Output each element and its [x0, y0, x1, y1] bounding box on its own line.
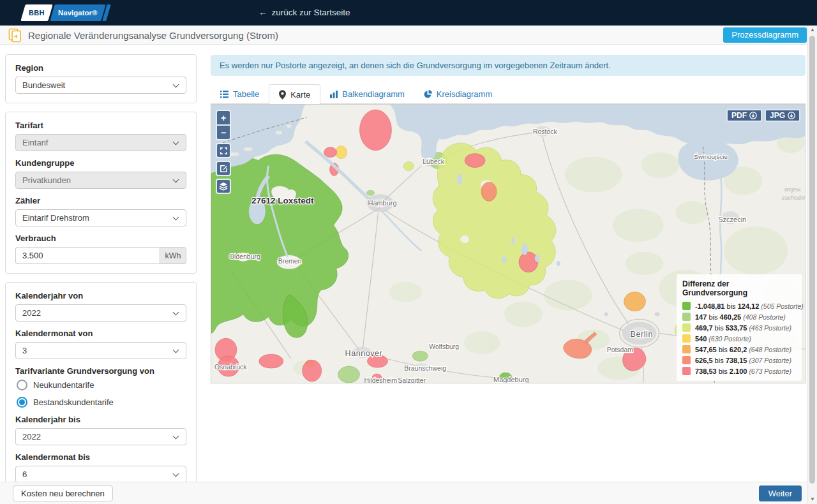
legend-title: Differenz der Grundversorgung: [682, 279, 796, 297]
tarifvariante-von-label: Tarifvariante Grundversorgung von: [15, 366, 186, 376]
city-label: Osnabrück: [214, 364, 247, 371]
region-label: zachodni.: [781, 195, 805, 201]
tab-tabelle[interactable]: Tabelle: [211, 84, 269, 104]
scrollbar-thumb[interactable]: [809, 36, 815, 484]
city-label: Wolfsburg: [429, 343, 459, 350]
back-to-start-link[interactable]: ←zurück zur Startseite: [259, 8, 350, 17]
legend-item: 147 bis 460,25(408 Postorte): [682, 313, 796, 321]
chevron-down-icon: [173, 177, 179, 183]
city-label: Szczecin: [718, 216, 746, 223]
chevron-down-icon: [173, 347, 179, 353]
zoom-out-button[interactable]: −: [216, 125, 231, 140]
info-banner: Es werden nur Postorte angezeigt, an den…: [211, 55, 806, 76]
next-button[interactable]: Weiter: [759, 485, 802, 501]
tab-kreisdiagramm[interactable]: Kreisdiagramm: [414, 84, 502, 104]
back-arrow-icon: ←: [259, 8, 267, 17]
fullscreen-icon: [220, 147, 228, 155]
download-icon: [749, 112, 757, 119]
tarifart-select-value: Eintarif: [22, 138, 48, 147]
scrollbar-up-arrow[interactable]: ▲: [807, 26, 817, 34]
page-header: Regionale Veränderungsanalyse Grundverso…: [0, 26, 817, 45]
tariff-card: Tarifart Eintarif Kundengruppe Privatkun…: [5, 112, 197, 274]
filter-sidebar: Region Bundesweit Tarifart Eintarif Kund…: [5, 54, 197, 504]
city-label: Salzgitter: [398, 377, 426, 383]
page-scrollbar[interactable]: ▲ ▼: [807, 26, 817, 504]
legend-color-swatch: [682, 323, 691, 332]
verbrauch-unit-addon: kWh: [160, 247, 186, 264]
region-yellow[interactable]: [336, 146, 347, 159]
back-link-label: zurück zur Startseite: [272, 8, 350, 17]
kalenderjahr-bis-value: 2022: [22, 432, 41, 441]
top-navbar: BBH Navigator® ←zurück zur Startseite: [0, 0, 817, 26]
zaehler-label: Zähler: [15, 196, 186, 205]
region-label: Region: [15, 63, 186, 73]
radio-checked-icon[interactable]: [17, 397, 27, 408]
chevron-down-icon: [173, 82, 179, 88]
draw-edit-button[interactable]: [216, 161, 231, 176]
bottom-action-bar: Kosten neu berechnen Weiter: [0, 482, 817, 504]
city-label: Rostock: [533, 128, 558, 135]
table-list-icon: [220, 91, 229, 98]
app-logo[interactable]: BBH Navigator®: [23, 4, 109, 21]
process-diagram-button[interactable]: Prozessdiagramm: [723, 27, 807, 43]
kalenderjahr-von-select[interactable]: 2022: [15, 304, 186, 322]
map-place-label[interactable]: 27612 Loxstedt: [251, 196, 314, 205]
kalendermonat-bis-select[interactable]: 6: [15, 466, 186, 483]
verbrauch-input[interactable]: [15, 247, 160, 264]
export-pdf-button[interactable]: PDF: [726, 109, 762, 122]
zaehler-select[interactable]: Eintarif Drehstrom: [15, 209, 186, 226]
legend-item: 626,5 bis 738,15(307 Postorte): [682, 356, 796, 364]
city-label: Potsdam: [607, 346, 634, 353]
legend-item: 469,7 bis 533,75(463 Postorte): [682, 323, 796, 332]
city-label: Hannover: [345, 349, 383, 358]
legend-item: 547,65 bis 620,2(648 Postorte): [682, 345, 796, 353]
map-view[interactable]: Rostock Lübeck Hamburg Świnoujście Szcze…: [211, 104, 806, 383]
kalenderjahr-bis-select[interactable]: 2022: [15, 428, 186, 445]
chevron-down-icon: [173, 309, 179, 316]
radio-label: Bestandskundentarife: [33, 397, 114, 407]
zoom-in-button[interactable]: +: [216, 110, 231, 125]
region-select[interactable]: Bundesweit: [15, 77, 186, 94]
legend-color-swatch: [682, 302, 691, 310]
tab-label: Tabelle: [233, 89, 259, 99]
tab-balkendiagramm[interactable]: Balkendiagramm: [320, 84, 414, 104]
kundengruppe-select-value: Privatkunden: [22, 175, 71, 185]
logo-primary-chip: BBH: [20, 4, 52, 21]
radio-unchecked-icon[interactable]: [17, 380, 27, 390]
map-pin-icon: [279, 90, 286, 100]
kalendermonat-von-select[interactable]: 3: [15, 342, 186, 359]
region-label: wojew.: [784, 186, 802, 193]
kalendermonat-von-value: 3: [22, 346, 27, 355]
legend-color-swatch: [682, 334, 691, 343]
legend-item-text: -1.048,81 bis 124,12(505 Postorte): [695, 302, 804, 310]
logo-secondary-text: Navigator®: [58, 9, 98, 17]
tarifvariante-von-neukunden-option[interactable]: Neukundentarife: [17, 380, 186, 390]
layers-button[interactable]: [216, 179, 231, 194]
map-export-buttons: PDF JPG: [726, 109, 800, 122]
tab-karte[interactable]: Karte: [269, 84, 320, 105]
legend-color-swatch: [682, 345, 691, 353]
export-jpg-label: JPG: [770, 111, 785, 120]
chevron-down-icon: [173, 471, 179, 477]
zaehler-select-value: Eintarif Drehstrom: [22, 213, 89, 223]
recalculate-button[interactable]: Kosten neu berechnen: [13, 485, 113, 501]
kalenderjahr-von-value: 2022: [22, 308, 41, 318]
legend-item-text: 738,53 bis 2.100(673 Postorte): [695, 367, 791, 375]
app-window: BBH Navigator® ←zurück zur Startseite Re…: [0, 0, 817, 504]
kalendermonat-bis-value: 6: [22, 470, 27, 479]
export-jpg-button[interactable]: JPG: [765, 109, 800, 122]
city-label: Braunschweig: [404, 365, 446, 372]
tarifvariante-von-bestandskunden-option[interactable]: Bestandskundentarife: [17, 397, 186, 408]
region-card: Region Bundesweit: [5, 54, 197, 103]
city-label: Berlin: [631, 330, 653, 339]
tab-label: Karte: [290, 90, 310, 100]
edit-pencil-icon: [220, 165, 228, 173]
period-card: Kalenderjahr von 2022 Kalendermonat von …: [5, 282, 197, 504]
tarifart-select: Eintarif: [15, 134, 186, 151]
page-title: Regionale Veränderungsanalyse Grundverso…: [28, 30, 278, 41]
legend-item-text: 626,5 bis 738,15(307 Postorte): [695, 357, 791, 364]
map-zoom-controls: + −: [216, 110, 231, 140]
scrollbar-down-arrow[interactable]: ▼: [807, 495, 817, 504]
fullscreen-button[interactable]: [216, 143, 231, 158]
legend-item: 540(630 Postorte): [682, 334, 796, 343]
